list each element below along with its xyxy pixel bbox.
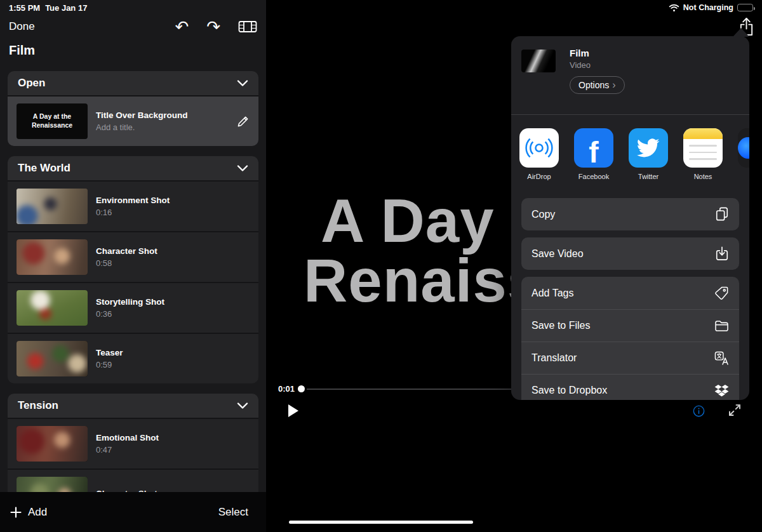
chevron-down-icon — [237, 402, 248, 409]
copy-action[interactable]: Copy — [521, 198, 739, 230]
play-button[interactable] — [287, 403, 300, 418]
sidebar: Done ↶ ↷ Film Open — [0, 0, 267, 532]
clip-title: Title Over Background — [96, 110, 188, 120]
add-button-label: Add — [28, 506, 47, 519]
share-target-notes[interactable]: Notes — [683, 128, 723, 198]
section-header-tension[interactable]: Tension — [8, 394, 258, 418]
clip-title: Storytelling Shot — [96, 297, 164, 307]
options-button[interactable]: Options › — [570, 76, 625, 94]
thumb-text-line1: A Day at the — [33, 112, 71, 121]
clip-duration: 0:58 — [96, 258, 157, 268]
clip-item-teaser[interactable]: Teaser 0:59 — [8, 333, 258, 383]
share-target-facebook[interactable]: f Facebook — [574, 128, 613, 198]
translate-icon — [714, 351, 729, 366]
undo-icon[interactable]: ↶ — [175, 18, 189, 35]
clip-item-emotional-shot[interactable]: Emotional Shot 0:47 — [8, 418, 258, 469]
scrubber-handle[interactable] — [298, 385, 305, 392]
clip-thumbnail — [17, 239, 88, 275]
section-header-open[interactable]: Open — [8, 71, 258, 95]
action-group-copy: Copy — [521, 198, 739, 230]
section-title: Open — [18, 77, 45, 90]
add-tags-action[interactable]: Add Tags — [521, 277, 739, 309]
copy-icon — [715, 206, 729, 222]
share-target-label: Facebook — [578, 173, 609, 180]
add-button[interactable]: Add — [10, 506, 47, 519]
folder-icon — [714, 320, 729, 332]
notes-icon — [683, 128, 723, 168]
clip-thumbnail — [17, 341, 88, 376]
dropbox-icon — [714, 384, 729, 397]
save-to-files-action[interactable]: Save to Files — [521, 309, 739, 342]
screen: 1:55 PM Tue Jan 17 Not Charging A Day at… — [0, 0, 762, 532]
translator-action[interactable]: Translator — [521, 342, 739, 374]
section-the-world: The World Environment Shot 0:16 Charac — [8, 156, 258, 383]
popover-arrow — [733, 28, 749, 37]
clip-settings-icon[interactable] — [238, 19, 257, 34]
share-target-label: AirDrop — [527, 173, 551, 180]
home-indicator[interactable] — [289, 521, 473, 524]
section-title: The World — [18, 162, 70, 175]
tag-icon — [714, 286, 729, 300]
clip-item-title-over-background[interactable]: A Day at the Renaissance Title Over Back… — [8, 95, 258, 146]
info-icon[interactable] — [693, 405, 705, 417]
redo-icon[interactable]: ↷ — [206, 18, 220, 35]
clip-thumbnail — [17, 189, 88, 224]
clip-duration: 0:36 — [96, 309, 164, 319]
playhead-time: 0:01 — [278, 384, 295, 394]
clip-item-character-shot-2[interactable]: Character Shot — [8, 469, 258, 492]
action-label: Copy — [531, 209, 555, 220]
twitter-icon — [629, 128, 668, 168]
share-target-airdrop[interactable]: AirDrop — [519, 128, 559, 198]
battery-status-text: Not Charging — [683, 3, 733, 12]
action-group-more: Add Tags Save to Files T — [521, 277, 739, 400]
save-to-dropbox-action[interactable]: Save to Dropbox — [521, 374, 739, 400]
done-button[interactable]: Done — [9, 20, 35, 33]
clip-item-storytelling-shot[interactable]: Storytelling Shot 0:36 — [8, 282, 258, 333]
clip-item-character-shot[interactable]: Character Shot 0:58 — [8, 231, 258, 282]
chevron-down-icon — [237, 80, 248, 86]
chevron-down-icon — [237, 165, 248, 171]
select-button[interactable]: Select — [218, 506, 256, 519]
clip-title: Teaser — [96, 348, 123, 357]
wifi-icon — [669, 4, 679, 12]
clip-title: Environment Shot — [96, 196, 170, 205]
action-label: Translator — [531, 352, 577, 364]
section-open: Open A Day at the Renaissance Title Over… — [8, 71, 258, 146]
edit-pencil-icon[interactable] — [236, 115, 250, 128]
share-item-subtitle: Video — [570, 60, 591, 70]
clip-thumbnail: A Day at the Renaissance — [17, 103, 88, 139]
thumb-text-line2: Renaissance — [32, 121, 72, 130]
share-target-label: Twitter — [638, 173, 658, 180]
action-group-save-video: Save Video — [521, 237, 739, 270]
action-label: Save to Files — [531, 320, 590, 331]
share-sheet-header: Film Video Options › — [511, 36, 749, 114]
app-icon-partial — [738, 128, 749, 168]
share-targets-row: AirDrop f Facebook Twitter — [511, 115, 749, 198]
action-label: Save to Dropbox — [531, 385, 607, 396]
sidebar-toolbar: Done ↶ ↷ — [9, 18, 257, 36]
save-video-action[interactable]: Save Video — [521, 237, 739, 270]
page-title: Film — [9, 43, 35, 58]
clip-thumbnail — [17, 290, 88, 326]
section-header-the-world[interactable]: The World — [8, 156, 258, 180]
share-target-partial[interactable]: K — [738, 128, 749, 198]
clip-duration: 0:47 — [96, 445, 159, 455]
sidebar-bottom-bar: Add Select — [0, 492, 266, 532]
airdrop-icon — [519, 128, 559, 168]
facebook-icon: f — [574, 128, 613, 168]
action-label: Save Video — [531, 248, 584, 260]
clip-subtitle: Add a title. — [96, 123, 188, 132]
clip-duration: 0:16 — [96, 208, 170, 217]
clip-duration: 0:59 — [96, 360, 123, 369]
clip-title: Emotional Shot — [96, 433, 159, 442]
share-target-twitter[interactable]: Twitter — [629, 128, 668, 198]
chevron-right-icon: › — [612, 80, 615, 90]
status-date: Tue Jan 17 — [45, 3, 87, 13]
battery-icon — [737, 4, 753, 11]
options-label: Options — [578, 80, 609, 90]
plus-icon — [10, 507, 22, 518]
fullscreen-icon[interactable] — [728, 403, 742, 417]
status-bar: 1:55 PM Tue Jan 17 Not Charging — [0, 0, 762, 15]
clip-item-environment-shot[interactable]: Environment Shot 0:16 — [8, 180, 258, 231]
clip-title: Character Shot — [96, 246, 157, 256]
